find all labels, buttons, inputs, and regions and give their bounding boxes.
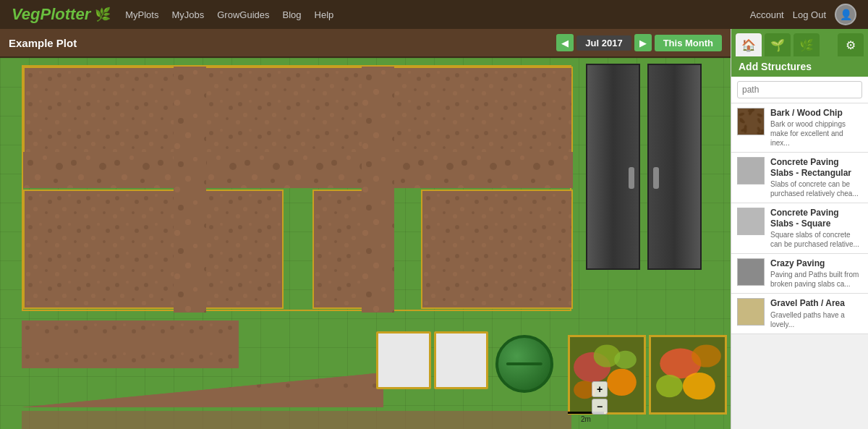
barrel-line bbox=[506, 362, 542, 365]
logo-text: VegPlotter bbox=[12, 5, 90, 24]
structure-name-concrete-rect: Concrete Paving Slabs - Rectangular bbox=[770, 157, 862, 178]
main-container: Example Plot ◀ Jul 2017 ▶ This Month bbox=[0, 29, 868, 429]
tab-plants[interactable]: 🌱 bbox=[765, 33, 791, 56]
bed-bot-1[interactable] bbox=[23, 190, 175, 309]
tab-structures[interactable]: 🏠 bbox=[736, 33, 762, 56]
bed-top-3[interactable] bbox=[392, 67, 573, 153]
plot-canvas[interactable]: 2m + − bbox=[0, 58, 731, 429]
structure-desc-concrete-sq: Square slabs of concrete can be purchase… bbox=[770, 230, 862, 249]
structure-thumb-bark bbox=[737, 108, 765, 135]
bed-bot-2[interactable] bbox=[204, 190, 284, 309]
structure-info-bark: Bark / Wood Chip Bark or wood chippings … bbox=[770, 108, 862, 148]
zoom-out-button[interactable]: − bbox=[592, 399, 608, 415]
structure-name-crazy: Crazy Paving bbox=[770, 258, 862, 268]
search-box bbox=[731, 77, 868, 103]
plot-toolbar: Example Plot ◀ Jul 2017 ▶ This Month bbox=[0, 29, 731, 58]
bed-top-1[interactable] bbox=[23, 67, 175, 153]
bark-path-vertical-2 bbox=[362, 67, 394, 313]
logo-icon: 🌿 bbox=[95, 7, 111, 22]
this-month-button[interactable]: This Month bbox=[655, 35, 722, 51]
svg-point-9 bbox=[656, 375, 683, 397]
structure-list: Bark / Wood Chip Bark or wood chippings … bbox=[731, 103, 868, 429]
bark-path-vertical-1 bbox=[174, 67, 206, 313]
ramp-upper bbox=[22, 320, 239, 368]
sidebar-header: Add Structures bbox=[731, 56, 868, 77]
month-navigation: ◀ Jul 2017 ▶ This Month bbox=[556, 34, 722, 51]
nav-growguides[interactable]: GrowGuides bbox=[217, 9, 269, 20]
structure-info-crazy: Crazy Paving Paving and Paths built from… bbox=[770, 258, 862, 289]
structure-item-concrete-rect[interactable]: Concrete Paving Slabs - Rectangular Slab… bbox=[731, 153, 868, 203]
scale-label: 2m bbox=[581, 415, 591, 423]
structure-thumb-crazy bbox=[737, 258, 765, 286]
greenhouse[interactable] bbox=[579, 64, 709, 270]
plot-area: Example Plot ◀ Jul 2017 ▶ This Month bbox=[0, 29, 731, 429]
nav-myjobs[interactable]: MyJobs bbox=[171, 9, 204, 20]
coldframe-1[interactable] bbox=[376, 331, 431, 389]
next-month-button[interactable]: ▶ bbox=[634, 34, 652, 51]
bed-top-2[interactable] bbox=[204, 67, 363, 153]
structure-thumb-concrete-rect bbox=[737, 157, 765, 184]
structure-info-concrete-rect: Concrete Paving Slabs - Rectangular Slab… bbox=[770, 157, 862, 198]
compost-bin-2[interactable] bbox=[649, 335, 727, 415]
structure-item-concrete-sq[interactable]: Concrete Paving Slabs - Square Square sl… bbox=[731, 203, 868, 254]
svg-point-5 bbox=[614, 351, 637, 369]
plot-title: Example Plot bbox=[9, 37, 550, 49]
raised-beds-group bbox=[22, 65, 571, 311]
structure-name-gravel: Gravel Path / Area bbox=[770, 298, 862, 308]
greenhouse-door-right bbox=[647, 64, 702, 270]
coldframes[interactable] bbox=[376, 331, 488, 389]
bottom-ramp[interactable] bbox=[22, 320, 383, 407]
nav-account[interactable]: Account bbox=[750, 9, 784, 20]
structure-thumb-concrete-sq bbox=[737, 208, 765, 235]
month-label: Jul 2017 bbox=[576, 35, 631, 51]
tab-settings[interactable]: ⚙ bbox=[838, 33, 864, 56]
svg-point-2 bbox=[607, 369, 637, 396]
coldframe-2[interactable] bbox=[434, 331, 489, 389]
structure-desc-concrete-rect: Slabs of concrete can be purchased relat… bbox=[770, 179, 862, 198]
nav-right-section: Account Log Out 👤 bbox=[750, 4, 856, 25]
structure-info-gravel: Gravel Path / Area Gravelled paths have … bbox=[770, 298, 862, 328]
greenhouse-handle-left bbox=[629, 167, 634, 189]
structure-thumb-gravel bbox=[737, 298, 765, 326]
nav-help[interactable]: Help bbox=[315, 9, 334, 20]
nav-blog[interactable]: Blog bbox=[283, 9, 302, 20]
greenhouse-door-left bbox=[586, 64, 640, 270]
top-navigation: VegPlotter 🌿 MyPlots MyJobs GrowGuides B… bbox=[0, 0, 868, 29]
structure-search-input[interactable] bbox=[737, 81, 862, 98]
structure-item-crazy[interactable]: Crazy Paving Paving and Paths built from… bbox=[731, 254, 868, 294]
user-avatar[interactable]: 👤 bbox=[835, 4, 856, 25]
zoom-in-button[interactable]: + bbox=[592, 381, 608, 397]
structure-desc-bark: Bark or wood chippings make for excellen… bbox=[770, 119, 862, 148]
structure-name-bark: Bark / Wood Chip bbox=[770, 108, 862, 118]
right-sidebar: 🏠 🌱 🌿 ⚙ Add Structures Bark / Wood Chip … bbox=[731, 29, 868, 429]
nav-links: MyPlots MyJobs GrowGuides Blog Help bbox=[125, 9, 333, 20]
prev-month-button[interactable]: ◀ bbox=[556, 34, 574, 51]
bed-bot-4[interactable] bbox=[421, 190, 573, 309]
bark-path-middle bbox=[23, 152, 573, 188]
nav-myplots[interactable]: MyPlots bbox=[125, 9, 158, 20]
tab-grow[interactable]: 🌿 bbox=[793, 33, 820, 56]
greenhouse-handle-right bbox=[653, 167, 659, 189]
structure-name-concrete-sq: Concrete Paving Slabs - Square bbox=[770, 208, 862, 229]
nav-left-section: VegPlotter 🌿 MyPlots MyJobs GrowGuides B… bbox=[12, 5, 333, 24]
structure-item-gravel[interactable]: Gravel Path / Area Gravelled paths have … bbox=[731, 294, 868, 334]
zoom-controls: + − bbox=[592, 381, 608, 415]
sidebar-tabs: 🏠 🌱 🌿 ⚙ bbox=[731, 29, 868, 56]
svg-point-10 bbox=[692, 344, 721, 367]
logo-area[interactable]: VegPlotter 🌿 bbox=[12, 5, 111, 24]
water-barrel[interactable] bbox=[495, 335, 553, 393]
structure-info-concrete-sq: Concrete Paving Slabs - Square Square sl… bbox=[770, 208, 862, 249]
structure-desc-gravel: Gravelled paths have a lovely... bbox=[770, 310, 862, 329]
nav-logout[interactable]: Log Out bbox=[793, 9, 826, 20]
structure-item-bark[interactable]: Bark / Wood Chip Bark or wood chippings … bbox=[731, 103, 868, 153]
svg-point-8 bbox=[683, 373, 715, 399]
structure-desc-crazy: Paving and Paths built from broken pavin… bbox=[770, 270, 862, 289]
bottom-path bbox=[22, 411, 571, 429]
